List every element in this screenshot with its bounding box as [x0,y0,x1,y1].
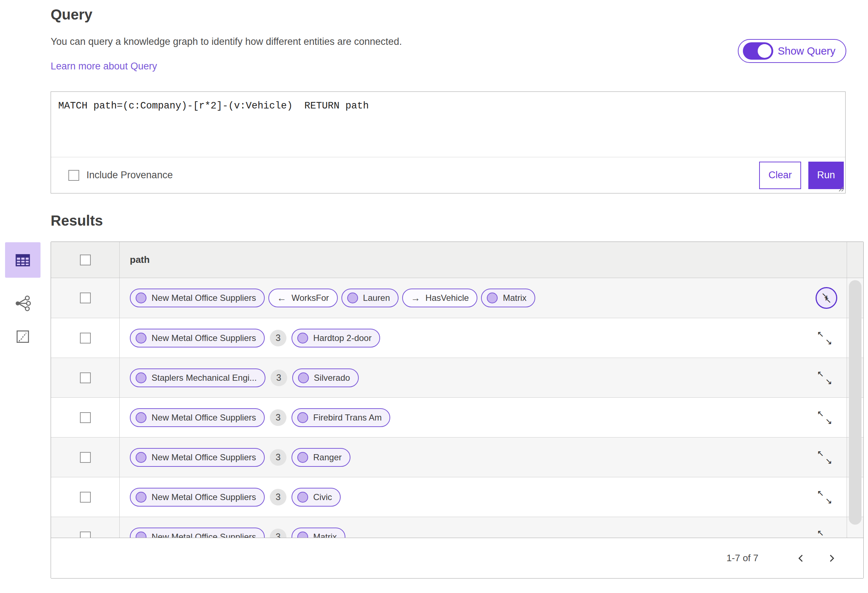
hop-count-badge: 3 [270,330,286,347]
hop-count-badge: 3 [270,409,286,426]
entity-dot-icon [487,292,497,303]
entity-pill[interactable]: Matrix [291,528,345,538]
table-view-icon [15,252,31,268]
scrollbar-thumb[interactable] [849,280,862,525]
entity-dot-icon [297,452,308,463]
relationship-label: HasVehicle [425,293,469,303]
entity-pill[interactable]: Ranger [291,448,350,467]
row-checkbox[interactable] [80,452,91,463]
collapse-arrow-icon: ↖ [825,296,831,304]
entity-pill[interactable]: Silverado [292,369,359,387]
entity-pill[interactable]: New Metal Office Suppliers [130,448,265,467]
query-editor-input[interactable]: MATCH path=(c:Company)-[r*2]-(v:Vehicle)… [51,92,845,157]
entity-label: Firebird Trans Am [313,413,382,423]
row-checkbox-cell [51,477,120,517]
expand-row-button[interactable]: ↖↘ [817,370,832,386]
entity-pill[interactable]: Civic [291,488,341,507]
row-checkbox-cell [51,278,120,318]
path-pills: New Metal Office Suppliers←WorksForLaure… [130,289,535,307]
entity-dot-icon [136,372,146,383]
entity-pill[interactable]: Lauren [341,289,399,307]
entity-pill[interactable]: Firebird Trans Am [291,408,390,427]
row-checkbox-cell [51,358,120,397]
entity-pill[interactable]: New Metal Office Suppliers [130,528,265,538]
entity-label: New Metal Office Suppliers [152,532,256,538]
expand-arrow-icon: ↘ [825,378,832,386]
row-checkbox[interactable] [80,333,91,344]
table-row: New Metal Office Suppliers3Matrix ↖↘ [51,517,863,538]
entity-pill[interactable]: New Metal Office Suppliers [130,488,265,507]
clear-button[interactable]: Clear [759,162,801,189]
entity-pill[interactable]: Hardtop 2-door [291,329,380,348]
entity-pill[interactable]: New Metal Office Suppliers [130,289,265,307]
expand-row-button[interactable]: ↖↘ [817,410,832,426]
row-path-cell: New Metal Office Suppliers3Hardtop 2-doo… [120,318,863,358]
include-provenance-checkbox[interactable] [68,170,79,181]
table-row: New Metal Office Suppliers3Hardtop 2-doo… [51,318,863,358]
expand-arrow-icon: ↖ [817,370,824,378]
chevron-left-icon [796,553,806,563]
expand-arrow-icon: ↖ [817,410,824,418]
expand-arrow-icon: ↘ [825,537,832,538]
path-column-header[interactable]: path [120,242,847,278]
show-query-toggle[interactable]: Show Query [738,39,846,63]
scrollbar-track [847,278,863,538]
expand-row-button[interactable]: ↖↘ [817,450,832,465]
previous-page-button[interactable] [793,550,809,566]
path-pills: New Metal Office Suppliers3Ranger [130,448,350,467]
expand-arrow-icon: ↘ [825,457,832,465]
query-page: Query You can query a knowledge graph to… [0,0,868,593]
entity-pill[interactable]: New Metal Office Suppliers [130,329,265,348]
table-rows-container: New Metal Office Suppliers←WorksForLaure… [51,278,863,538]
path-pills: New Metal Office Suppliers3Firebird Tran… [130,408,390,427]
expand-row-button[interactable]: ↖↘ [817,489,832,505]
table-row: New Metal Office Suppliers3Ranger ↖↘ [51,437,863,477]
path-pills: Staplers Mechanical Engi...3Silverado [130,369,359,387]
row-path-cell: New Metal Office Suppliers←WorksForLaure… [120,278,863,318]
row-checkbox[interactable] [80,372,91,383]
expand-arrow-icon: ↖ [817,330,824,338]
learn-more-link[interactable]: Learn more about Query [51,61,157,72]
entity-pill[interactable]: Staplers Mechanical Engi... [130,369,266,387]
results-table: path New Metal Office Suppliers←WorksFor… [51,242,864,578]
hop-count-badge: 3 [270,529,286,538]
row-checkbox[interactable] [80,531,91,538]
page-title: Query [51,6,93,23]
entity-label: Staplers Mechanical Engi... [152,373,257,383]
entity-dot-icon [136,333,146,344]
graph-view-button[interactable] [14,294,32,313]
resize-handle-icon[interactable] [836,184,844,192]
map-view-button[interactable] [15,329,30,344]
entity-pill[interactable]: Matrix [481,289,535,307]
table-view-button[interactable] [5,242,40,278]
relationship-pill[interactable]: →HasVehicle [402,289,477,307]
show-query-label: Show Query [778,45,836,57]
select-all-checkbox[interactable] [80,255,91,266]
relationship-pill[interactable]: ←WorksFor [269,289,338,307]
entity-label: Ranger [313,452,342,462]
row-path-cell: New Metal Office Suppliers3Firebird Tran… [120,398,863,437]
table-row: New Metal Office Suppliers←WorksForLaure… [51,278,863,318]
row-checkbox[interactable] [80,292,91,303]
entity-label: New Metal Office Suppliers [152,293,256,303]
entity-dot-icon [297,492,308,503]
header-gutter [847,242,863,278]
expand-row-button[interactable]: ↖↘ [817,330,832,346]
row-checkbox[interactable] [80,412,91,423]
chevron-right-icon [827,553,836,563]
entity-dot-icon [136,492,146,503]
toggle-switch-icon[interactable] [743,42,773,60]
row-checkbox[interactable] [80,492,91,503]
entity-label: Lauren [363,293,390,303]
entity-dot-icon [297,412,308,423]
next-page-button[interactable] [824,550,840,566]
hop-count-badge: 3 [270,449,286,466]
row-path-cell: New Metal Office Suppliers3Civic ↖↘ [120,477,863,517]
expand-arrow-icon: ↖ [817,529,824,537]
view-switcher-rail [4,242,41,344]
expand-row-button[interactable]: ↖↘ [817,529,832,538]
results-title: Results [51,212,103,229]
entity-pill[interactable]: New Metal Office Suppliers [130,408,265,427]
relationship-label: WorksFor [291,293,329,303]
collapse-row-button[interactable]: ↘↖ [816,287,837,309]
